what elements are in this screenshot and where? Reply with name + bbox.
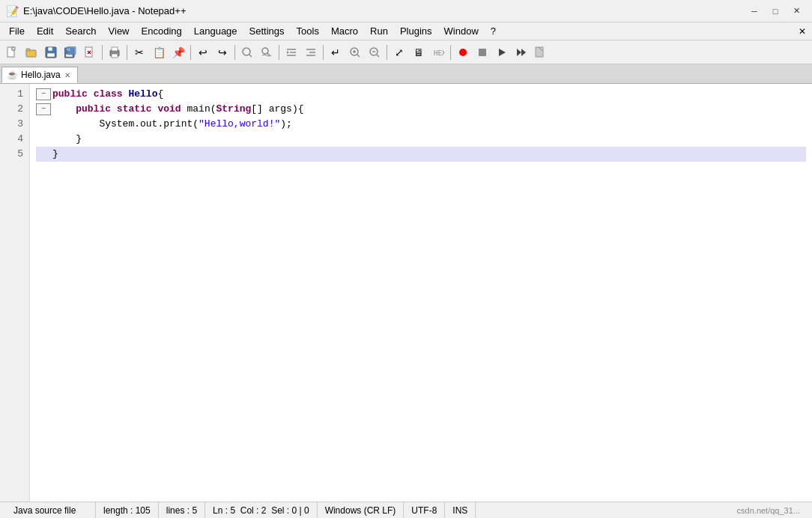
toolbar-separator-1 <box>102 45 103 60</box>
menu-view[interactable]: View <box>103 22 136 40</box>
svg-marker-38 <box>499 49 506 56</box>
line-num-3: 3 <box>3 117 23 132</box>
indent-button[interactable] <box>282 43 300 61</box>
save-macro-button[interactable] <box>532 43 550 61</box>
open-button[interactable] <box>22 43 40 61</box>
status-position: Ln : 5 Col : 2 Sel : 0 | 0 <box>205 502 318 518</box>
status-ins-mode: INS <box>445 502 476 518</box>
svg-rect-3 <box>26 49 30 51</box>
svg-line-33 <box>377 55 379 57</box>
toolbar-separator-6 <box>323 45 324 60</box>
svg-line-18 <box>249 55 252 57</box>
status-line-ending: Windows (CR LF) <box>318 502 405 518</box>
line-num-5: 5 <box>3 147 23 162</box>
code-line-1: − public class Hello{ <box>36 87 806 102</box>
menu-file[interactable]: File <box>3 22 31 40</box>
token: System.out.print("Hello,world!"); <box>52 117 292 132</box>
menu-help[interactable]: ? <box>485 22 502 40</box>
menu-plugins[interactable]: Plugins <box>394 22 438 40</box>
status-encoding: UTF-8 <box>404 502 445 518</box>
fold-marker-2[interactable]: − <box>36 103 51 115</box>
toolbar-separator-2 <box>127 45 127 60</box>
app-icon: 📝 <box>6 5 19 17</box>
svg-rect-37 <box>479 49 486 56</box>
svg-line-29 <box>357 55 360 57</box>
line-num-4: 4 <box>3 132 23 147</box>
tab-label: Hello.java <box>21 70 61 80</box>
tab-close-button[interactable]: ✕ <box>64 71 71 79</box>
svg-point-19 <box>262 48 268 54</box>
token: } <box>52 132 82 147</box>
toolbar-separator-7 <box>387 45 387 60</box>
svg-rect-10 <box>67 46 76 55</box>
fullscreen-button[interactable]: ⤢ <box>390 43 408 61</box>
toolbar-separator-3 <box>190 45 191 60</box>
svg-marker-24 <box>287 51 289 54</box>
menu-tools[interactable]: Tools <box>291 22 325 40</box>
redo-button[interactable]: ↪ <box>213 43 231 61</box>
menu-window[interactable]: Window <box>438 22 485 40</box>
record-macro-button[interactable] <box>454 43 472 61</box>
code-line-4: } <box>36 132 806 147</box>
find-button[interactable] <box>238 43 256 61</box>
find-replace-button[interactable] <box>258 43 276 61</box>
close-file-button[interactable]: ✕ <box>799 26 809 37</box>
menu-encoding[interactable]: Encoding <box>136 22 188 40</box>
code-editor[interactable]: − public class Hello{ − public static vo… <box>30 84 812 502</box>
menu-language[interactable]: Language <box>188 22 243 40</box>
code-line-5: } <box>36 147 806 162</box>
toolbar-separator-5 <box>279 45 279 60</box>
close-current-button[interactable] <box>81 43 99 61</box>
svg-line-20 <box>267 53 270 55</box>
fold-marker-1[interactable]: − <box>36 88 51 100</box>
copy-button[interactable]: 📋 <box>150 43 168 61</box>
zoom-in-button[interactable] <box>346 43 364 61</box>
token: } <box>52 147 58 162</box>
maximize-button[interactable]: □ <box>766 4 785 19</box>
title-bar: 📝 E:\java\CODE\Hello.java - Notepad++ ─ … <box>0 0 812 22</box>
status-file-type: Java source file <box>6 502 96 518</box>
svg-marker-39 <box>517 49 521 56</box>
run-macro-button[interactable] <box>512 43 530 61</box>
line-num-2: 2 <box>3 102 23 117</box>
menu-settings[interactable]: Settings <box>243 22 291 40</box>
svg-text:HEX: HEX <box>434 49 444 57</box>
new-button[interactable] <box>3 43 21 61</box>
hex-button[interactable]: HEX <box>429 43 447 61</box>
token: public class Hello{ <box>52 87 163 102</box>
svg-rect-6 <box>47 53 55 57</box>
print-button[interactable] <box>106 43 124 61</box>
monitor-button[interactable]: 🖥 <box>410 43 428 61</box>
title-bar-left: 📝 E:\java\CODE\Hello.java - Notepad++ <box>6 5 187 17</box>
zoom-out-button[interactable] <box>366 43 384 61</box>
line-numbers: 1 2 3 4 5 <box>0 84 30 502</box>
outdent-button[interactable] <box>302 43 320 61</box>
svg-rect-5 <box>48 47 52 51</box>
svg-rect-41 <box>536 47 543 57</box>
undo-button[interactable]: ↩ <box>194 43 212 61</box>
save-button[interactable] <box>42 43 60 61</box>
title-text: E:\java\CODE\Hello.java - Notepad++ <box>23 5 187 16</box>
code-line-3: System.out.print("Hello,world!"); <box>36 117 806 132</box>
tab-file-icon: ☕ <box>7 70 18 80</box>
stop-macro-button[interactable] <box>473 43 491 61</box>
wordwrap-button[interactable]: ↵ <box>327 43 345 61</box>
svg-marker-1 <box>12 47 15 50</box>
save-all-button[interactable] <box>61 43 79 61</box>
menu-bar: File Edit Search View Encoding Language … <box>0 22 812 40</box>
minimize-button[interactable]: ─ <box>745 4 764 19</box>
menu-edit[interactable]: Edit <box>31 22 59 40</box>
paste-button[interactable]: 📌 <box>169 43 187 61</box>
menu-search[interactable]: Search <box>59 22 102 40</box>
status-lines: lines : 5 <box>159 502 205 518</box>
toolbar: ✂ 📋 📌 ↩ ↪ ↵ ⤢ 🖥 HEX <box>0 40 812 64</box>
tab-bar: ☕ Hello.java ✕ <box>0 64 812 84</box>
tab-hello-java[interactable]: ☕ Hello.java ✕ <box>1 67 78 83</box>
play-macro-button[interactable] <box>493 43 511 61</box>
menu-macro[interactable]: Macro <box>325 22 364 40</box>
toolbar-separator-8 <box>450 45 451 60</box>
svg-marker-40 <box>521 49 526 56</box>
close-button[interactable]: ✕ <box>787 4 806 19</box>
cut-button[interactable]: ✂ <box>130 43 148 61</box>
menu-run[interactable]: Run <box>364 22 394 40</box>
